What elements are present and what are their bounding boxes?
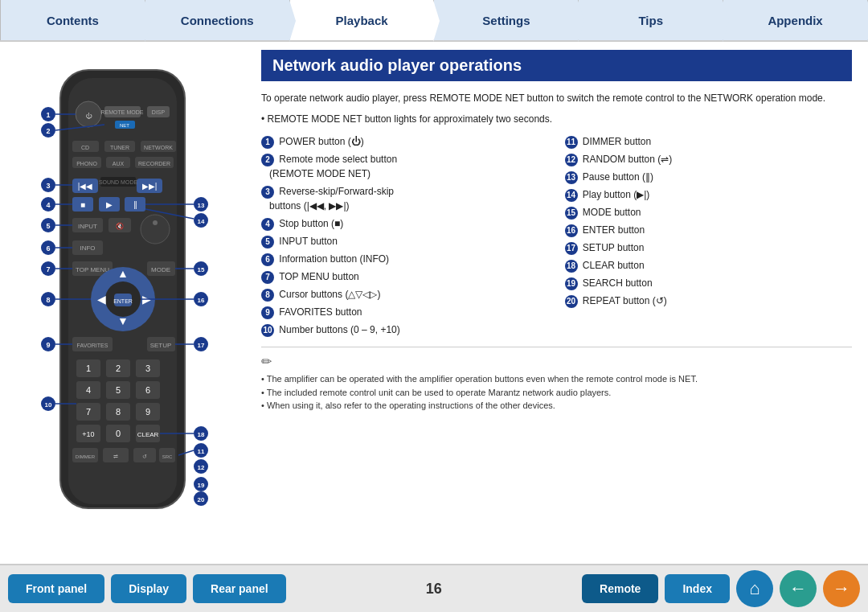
bottom-btn-index[interactable]: Index (665, 574, 730, 603)
button-item-8: 8 Cursor buttons (△▽◁▷) (261, 285, 549, 303)
remote-control-image: ⏻ REMOTE MODE DISP NET CD TUNER NETWORK … (28, 54, 221, 528)
svg-text:17: 17 (198, 342, 205, 349)
svg-text:0: 0 (116, 429, 121, 438)
svg-text:3: 3 (145, 364, 150, 373)
svg-text:5: 5 (116, 385, 121, 395)
main-content: ⏻ REMOTE MODE DISP NET CD TUNER NETWORK … (0, 42, 868, 564)
button-num-16: 16 (565, 224, 578, 237)
bottom-btn-rearpanel[interactable]: Rear panel (193, 574, 286, 603)
button-num-9: 9 (261, 306, 274, 319)
button-num-20: 20 (565, 295, 578, 308)
bottom-btn-frontpanel[interactable]: Front panel (8, 574, 104, 603)
svg-text:10: 10 (45, 401, 52, 409)
note-2: • The included remote control unit can b… (261, 386, 852, 400)
tab-tips[interactable]: Tips (579, 0, 723, 40)
forward-button[interactable]: → (823, 570, 860, 607)
svg-text:▲: ▲ (117, 267, 129, 280)
svg-text:TOP MENU: TOP MENU (76, 266, 109, 273)
tab-connections[interactable]: Connections (145, 0, 290, 40)
button-item-17: 17 SETUP button (565, 239, 853, 257)
button-item-12: 12 RANDOM button (⇌) (565, 150, 853, 168)
svg-text:6: 6 (145, 385, 150, 395)
button-item-2: 2 Remote mode select button (REMOTE MODE… (261, 150, 549, 183)
svg-text:SETUP: SETUP (150, 342, 172, 349)
svg-text:4: 4 (86, 385, 91, 395)
svg-text:15: 15 (198, 266, 205, 273)
button-num-18: 18 (565, 260, 578, 273)
svg-text:DIMMER: DIMMER (76, 454, 96, 459)
svg-text:4: 4 (46, 201, 50, 209)
note-icon: ✏ (261, 354, 852, 369)
svg-text:SRC: SRC (162, 454, 173, 459)
tab-settings[interactable]: Settings (434, 0, 579, 40)
bottom-navigation: Front panel Display Rear panel 16 Remote… (0, 564, 868, 612)
button-num-4: 4 (261, 218, 274, 231)
svg-text:SOUND MODE: SOUND MODE (99, 179, 138, 185)
button-num-11: 11 (565, 136, 578, 149)
page-title: Network audio player operations (261, 50, 852, 81)
svg-text:CD: CD (81, 145, 89, 150)
bottom-btn-display[interactable]: Display (111, 574, 186, 603)
remote-image-area: ⏻ REMOTE MODE DISP NET CD TUNER NETWORK … (0, 42, 249, 564)
button-item-4: 4 Stop button (■) (261, 215, 549, 232)
svg-text:FAVORITES: FAVORITES (77, 343, 108, 348)
button-num-5: 5 (261, 236, 274, 248)
button-item-10: 10 Number buttons (0 – 9, +10) (261, 321, 549, 339)
svg-point-38 (141, 215, 170, 244)
svg-text:2: 2 (116, 364, 121, 373)
svg-text:↺: ↺ (142, 454, 147, 459)
page-number: 16 (293, 581, 575, 598)
svg-text:12: 12 (198, 464, 205, 471)
svg-text:CLEAR: CLEAR (137, 431, 159, 438)
button-item-14: 14 Play button (▶|) (565, 186, 853, 203)
svg-text:20: 20 (198, 496, 205, 503)
back-button[interactable]: ← (780, 570, 817, 607)
button-num-2: 2 (261, 154, 274, 166)
tab-playback[interactable]: Playback (290, 0, 435, 40)
home-icon: ⌂ (749, 578, 760, 599)
svg-text:‖: ‖ (133, 200, 137, 209)
bottom-btn-remote[interactable]: Remote (582, 574, 658, 603)
button-num-7: 7 (261, 271, 274, 284)
svg-text:▶: ▶ (106, 200, 113, 209)
svg-text:19: 19 (198, 482, 205, 489)
tab-appendix[interactable]: Appendix (723, 0, 868, 40)
svg-text:14: 14 (198, 218, 205, 225)
intro-text-1: To operate network audio player, press R… (261, 91, 852, 105)
button-item-7: 7 TOP MENU button (261, 268, 549, 285)
svg-text:6: 6 (46, 244, 50, 253)
svg-text:5: 5 (46, 222, 50, 230)
svg-text:NETWORK: NETWORK (144, 145, 173, 150)
svg-text:7: 7 (46, 265, 50, 273)
button-item-1: 1 POWER button (⏻) (261, 133, 549, 150)
svg-text:DISP: DISP (152, 109, 166, 115)
svg-text:11: 11 (198, 448, 205, 455)
button-item-19: 19 SEARCH button (565, 274, 853, 292)
intro-text-2: • REMOTE MODE NET button lights for appr… (261, 112, 852, 126)
button-num-13: 13 (565, 171, 578, 184)
back-icon: ← (789, 578, 807, 599)
forward-icon: → (833, 578, 850, 599)
button-item-5: 5 INPUT button (261, 232, 549, 250)
svg-text:ENTER: ENTER (113, 298, 133, 304)
svg-text:REMOTE MODE: REMOTE MODE (101, 109, 144, 115)
svg-text:■: ■ (80, 200, 85, 209)
svg-text:MODE: MODE (151, 266, 170, 273)
button-item-15: 15 MODE button (565, 203, 853, 221)
note-3: • When using it, also refer to the opera… (261, 399, 852, 413)
svg-text:+10: +10 (82, 430, 94, 438)
svg-text:18: 18 (198, 431, 205, 438)
tab-contents[interactable]: Contents (0, 0, 145, 40)
svg-text:AUX: AUX (113, 161, 125, 166)
svg-text:INFO: INFO (80, 244, 95, 252)
button-num-3: 3 (261, 186, 274, 199)
svg-text:|◀◀: |◀◀ (78, 182, 93, 191)
svg-text:2: 2 (46, 127, 50, 135)
svg-text:🔇: 🔇 (116, 222, 124, 230)
home-button[interactable]: ⌂ (736, 570, 773, 607)
svg-text:◀: ◀ (97, 293, 106, 306)
svg-text:▼: ▼ (117, 314, 129, 327)
content-area: Network audio player operations To opera… (249, 42, 868, 564)
button-item-11: 11 DIMMER button (565, 133, 853, 150)
svg-text:9: 9 (46, 341, 50, 349)
